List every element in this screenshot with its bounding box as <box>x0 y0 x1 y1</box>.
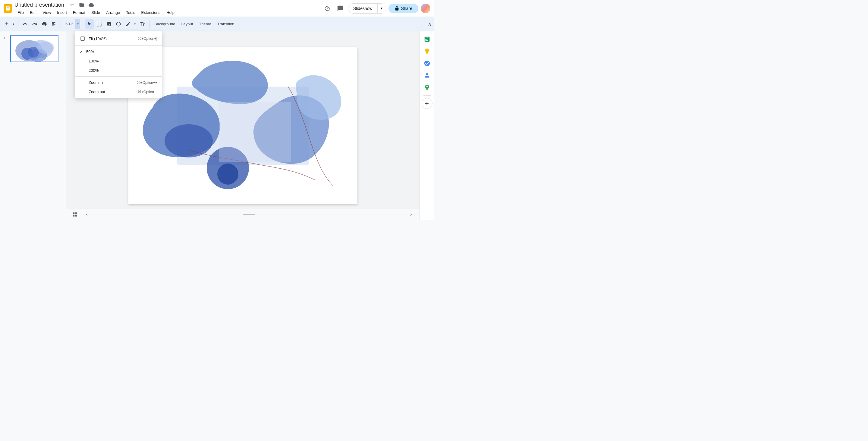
undo-button[interactable] <box>21 19 29 29</box>
pen-tool-group: ▾ <box>124 19 137 29</box>
zoom-100-label: 100% <box>89 59 98 63</box>
document-title[interactable]: Untitled presentation <box>14 2 64 8</box>
slideshow-button-group: Slideshow ▾ <box>348 3 386 13</box>
dropdown-divider-1 <box>75 45 162 46</box>
zoom-value-button[interactable]: 50% <box>63 19 75 29</box>
select-tool-button[interactable] <box>85 19 94 29</box>
image-button[interactable] <box>104 19 113 29</box>
add-dropdown-button[interactable]: ▾ <box>11 19 16 29</box>
svg-rect-3 <box>7 9 8 9</box>
zoom-200-item[interactable]: 200% <box>75 66 162 75</box>
add-plugin-button[interactable]: + <box>422 98 433 109</box>
slideshow-dropdown-button[interactable]: ▾ <box>377 4 386 13</box>
toolbar: + ▾ 50% ▾ ▾ <box>0 17 434 31</box>
zoom-label: 50% <box>65 22 73 26</box>
zoom-in-label: Zoom in <box>89 80 103 85</box>
bottom-bar: ‹ › <box>66 208 420 220</box>
paint-format-button[interactable] <box>50 19 58 29</box>
share-label: Share <box>401 6 412 11</box>
svg-rect-18 <box>219 102 291 162</box>
menu-extensions[interactable]: Extensions <box>138 9 164 16</box>
history-button[interactable] <box>321 3 333 14</box>
sidebar-divider <box>424 95 431 96</box>
menu-format[interactable]: Format <box>70 9 88 16</box>
background-button[interactable]: Background <box>152 19 178 29</box>
chat-button[interactable] <box>335 3 346 14</box>
menu-slide[interactable]: Slide <box>88 9 103 16</box>
zoom-50-check: ✓ <box>80 49 83 54</box>
dropdown-divider-2 <box>75 76 162 77</box>
bottom-right: › <box>406 210 416 219</box>
slides-panel-toggle[interactable]: ‹ <box>82 210 92 219</box>
tasks-sidebar-button[interactable] <box>422 58 433 69</box>
pen-dropdown-button[interactable]: ▾ <box>132 19 137 29</box>
menu-insert[interactable]: Insert <box>54 9 70 16</box>
svg-point-5 <box>116 22 121 26</box>
toolbar-divider-2 <box>61 21 61 28</box>
contacts-sidebar-button[interactable] <box>422 70 433 81</box>
cloud-button[interactable] <box>87 1 96 9</box>
main-area: 1 <box>0 31 434 220</box>
zoom-100-item[interactable]: 100% <box>75 56 162 66</box>
keep-sidebar-button[interactable] <box>422 46 433 57</box>
fit-icon <box>80 36 86 41</box>
slideshow-button[interactable]: Slideshow <box>348 4 377 13</box>
page-indicator <box>243 214 255 215</box>
menu-help[interactable]: Help <box>163 9 178 16</box>
svg-point-15 <box>164 124 213 157</box>
slide-item-1[interactable]: 1 <box>2 34 64 63</box>
user-avatar[interactable] <box>421 4 430 13</box>
svg-rect-2 <box>7 8 9 8</box>
menu-file[interactable]: File <box>14 9 27 16</box>
toolbar-divider-3 <box>83 21 83 28</box>
maps-sidebar-button[interactable] <box>422 82 433 93</box>
menu-tools[interactable]: Tools <box>123 9 138 16</box>
share-button[interactable]: Share <box>389 4 418 13</box>
layout-button[interactable]: Layout <box>179 19 195 29</box>
menu-view[interactable]: View <box>39 9 54 16</box>
folder-button[interactable] <box>78 1 86 9</box>
grid-view-button[interactable] <box>70 210 80 219</box>
zoom-fit-item[interactable]: Fit (104%) ⌘+Option+[ <box>75 33 162 44</box>
svg-rect-1 <box>7 7 9 7</box>
zoom-50-item[interactable]: ✓ 50% <box>75 47 162 56</box>
add-button[interactable]: + <box>2 19 11 29</box>
toolbar-divider-1 <box>18 21 19 28</box>
zoom-fit-label: Fit (104%) <box>89 36 107 41</box>
collapse-toolbar-button[interactable]: ∧ <box>428 21 432 27</box>
zoom-out-shortcut: ⌘+Option+- <box>138 90 157 94</box>
menu-edit[interactable]: Edit <box>27 9 39 16</box>
zoom-200-label: 200% <box>89 68 98 73</box>
slide-canvas[interactable] <box>128 47 358 204</box>
slides-panel: 1 <box>0 31 66 220</box>
shape-button[interactable] <box>114 19 123 29</box>
zoom-in-item[interactable]: Zoom in ⌘+Option++ <box>75 78 162 87</box>
pen-tool-button[interactable] <box>124 19 132 29</box>
transition-button[interactable]: Transition <box>215 19 237 29</box>
zoom-in-shortcut: ⌘+Option++ <box>137 81 157 85</box>
svg-rect-19 <box>81 37 84 40</box>
svg-point-17 <box>217 164 239 185</box>
zoom-dropdown-menu: Fit (104%) ⌘+Option+[ ✓ 50% 100% 200% Zo… <box>75 31 162 98</box>
slide-number-1: 1 <box>4 35 8 40</box>
zoom-control-group: 50% ▾ <box>63 19 80 29</box>
zoom-out-item[interactable]: Zoom out ⌘+Option+- <box>75 87 162 96</box>
star-button[interactable]: ☆ <box>68 1 76 9</box>
slide-thumbnail-1[interactable] <box>10 35 59 62</box>
sheets-sidebar-button[interactable] <box>422 34 433 45</box>
text-box-button[interactable] <box>138 19 147 29</box>
selection-box-button[interactable] <box>95 19 103 29</box>
print-button[interactable] <box>40 19 49 29</box>
theme-button[interactable]: Theme <box>196 19 213 29</box>
zoom-fit-shortcut: ⌘+Option+[ <box>138 36 157 41</box>
zoom-50-label: 50% <box>86 50 94 54</box>
zoom-out-label: Zoom out <box>89 90 105 94</box>
next-slide-button[interactable]: › <box>406 210 416 219</box>
menu-arrange[interactable]: Arrange <box>103 9 123 16</box>
redo-button[interactable] <box>30 19 39 29</box>
toolbar-right: ∧ <box>428 21 432 27</box>
zoom-dropdown-button[interactable]: ▾ <box>75 19 80 29</box>
menu-bar: File Edit View Insert Format Slide Arran… <box>14 9 321 16</box>
svg-point-12 <box>37 41 54 54</box>
svg-rect-4 <box>97 22 101 26</box>
